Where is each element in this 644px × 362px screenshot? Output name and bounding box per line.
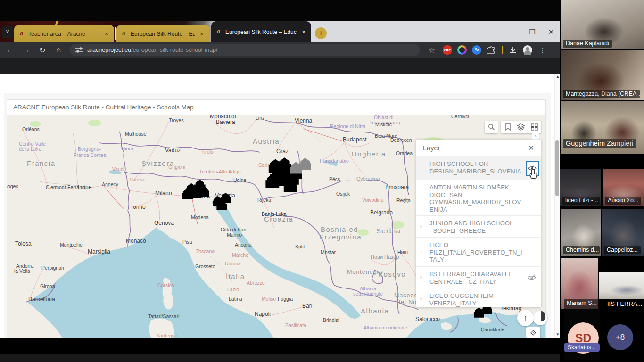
- map-label: Monaco: [126, 238, 146, 244]
- map-label: Bari: [302, 303, 312, 309]
- close-tab-icon[interactable]: ×: [103, 30, 110, 38]
- layer-item-high-school-design[interactable]: HIGH SCHOOL FOR DESIGN_MARIBOR_SLOVENIA: [416, 156, 541, 180]
- layer-item-guggenheim[interactable]: › LICEO GUGGENHEIM_ VENEZIA_ITALY: [416, 288, 541, 307]
- map-label: Mostar: [321, 249, 336, 255]
- compass-secondary-button[interactable]: [533, 311, 547, 325]
- map-label: Timișoara: [384, 184, 409, 190]
- map-label: Pisa: [182, 239, 192, 245]
- download-icon[interactable]: [508, 45, 518, 55]
- map-label: Umbria: [225, 261, 241, 266]
- basemap-tool-button[interactable]: [528, 121, 541, 133]
- tab-separator: [115, 27, 116, 40]
- address-bar[interactable]: aracneproject.eu/european-silk-route-sch…: [70, 44, 420, 56]
- map-label: Tolosa: [15, 240, 32, 247]
- map-label: Molise: [262, 296, 276, 302]
- map-label: Orléans: [22, 126, 40, 132]
- map-label: Albania: [361, 307, 389, 315]
- map-label: Cernivci: [451, 115, 469, 119]
- layer-item-liceo-filzi[interactable]: › LICEO FILZI_ITALIA_ROVERETO_TN_ITALY: [416, 238, 541, 267]
- video-tile[interactable]: Mantegazza, Diana (CREA-...: [561, 50, 644, 100]
- bookmark-star-icon[interactable]: ☆: [426, 46, 438, 55]
- restore-button[interactable]: ❐: [524, 26, 540, 38]
- tab-search-button[interactable]: ˅: [2, 26, 13, 38]
- video-tile[interactable]: Chemins d...: [561, 209, 601, 256]
- music-extension-icon[interactable]: ∿: [472, 45, 481, 55]
- map-search-button[interactable]: [485, 121, 498, 133]
- scroll-up-arrow[interactable]: ▲: [556, 75, 560, 79]
- tab-label: Teacher area – Aracne: [28, 31, 100, 37]
- mouse-cursor-hand: [529, 168, 540, 181]
- close-tab-icon[interactable]: ×: [198, 30, 206, 38]
- map-label: Miskolc: [375, 122, 392, 127]
- back-icon[interactable]: ←: [5, 46, 16, 54]
- map-label: Voivodina: [362, 197, 384, 203]
- map-label: Erzegovina: [319, 233, 362, 241]
- layer-panel: Layer ✕ HIGH SCHOOL FOR DESIGN_MARIBOR_S…: [416, 140, 541, 307]
- participant-name: Guggenheim Zampieri: [563, 139, 636, 148]
- close-tab-icon[interactable]: ×: [300, 28, 307, 36]
- participant-name: Skarlatos...: [564, 343, 600, 352]
- profile-avatar[interactable]: [523, 45, 532, 55]
- aracne-favicon: a: [18, 30, 25, 37]
- video-tile[interactable]: Cappelloz...: [602, 209, 644, 256]
- map-label: Montpellier: [60, 242, 84, 247]
- map-label: Limoges: [7, 183, 18, 189]
- panel-expand-chevron[interactable]: ›: [532, 132, 539, 140]
- page-scrollbar[interactable]: [554, 74, 560, 338]
- map-label: Vaud: [112, 166, 124, 172]
- map-label: Girona: [40, 283, 55, 289]
- layers-tool-button[interactable]: [514, 121, 528, 133]
- more-participants-badge[interactable]: +8: [607, 324, 633, 350]
- map-label: Modena: [191, 214, 209, 220]
- basemap-gallery-icon: [531, 123, 538, 131]
- video-tile[interactable]: Guggenheim Zampieri: [561, 101, 644, 154]
- site-info-icon[interactable]: [75, 47, 83, 53]
- chevron-right-icon[interactable]: ›: [420, 274, 422, 281]
- camera-extension-icon[interactable]: [457, 45, 467, 55]
- chevron-right-icon[interactable]: ›: [420, 295, 422, 303]
- bookmark-tool-button[interactable]: [501, 121, 514, 133]
- adblock-extension-icon[interactable]: ABP: [443, 45, 452, 55]
- minimize-button[interactable]: –: [505, 26, 521, 38]
- close-panel-icon[interactable]: ✕: [528, 144, 534, 152]
- tab-teacher-area[interactable]: a Teacher area – Aracne ×: [14, 25, 114, 42]
- video-tile[interactable]: liceo Filzi -...: [560, 169, 601, 206]
- map-label: Rijeka: [257, 197, 271, 203]
- chevron-right-icon[interactable]: ›: [420, 223, 422, 230]
- layer-item-soufli[interactable]: › JUNIOR AND HIGH SCHOOL _SOUFLI_GREECE: [416, 216, 541, 238]
- tab-silk-route-1[interactable]: a European Silk Route – Educati ×: [116, 25, 209, 42]
- participant-name: IIS FERRA...: [607, 300, 642, 307]
- layer-item-anton-martin[interactable]: ANTON MARTIN SLOMŠEK DIOCESAN GYMNASIUM_…: [416, 180, 541, 216]
- video-tile[interactable]: Danae Kaplanidi: [561, 0, 644, 49]
- layer-panel-header: Layer ✕: [416, 140, 541, 156]
- map-label: Linz: [256, 115, 264, 121]
- map-label: Kosovo: [378, 270, 406, 278]
- reset-north-button[interactable]: ↑: [517, 310, 534, 326]
- scrollbar-thumb[interactable]: [555, 140, 559, 196]
- locate-button[interactable]: [526, 327, 540, 338]
- video-tile[interactable]: Λύκειο Σο...: [603, 169, 644, 206]
- browser-menu-icon[interactable]: ⋮: [537, 46, 548, 54]
- aracne-favicon: a: [215, 28, 222, 35]
- chevron-right-icon[interactable]: ›: [420, 248, 422, 256]
- new-tab-button[interactable]: +: [315, 27, 327, 39]
- eye-off-icon[interactable]: [528, 274, 536, 281]
- map-label: Franca Contea: [74, 152, 107, 158]
- map-label: Marsiglia: [88, 248, 110, 255]
- map-label: Ungheria: [352, 150, 386, 158]
- reload-icon[interactable]: ↻: [37, 46, 48, 55]
- map-label: Trentino-Alto Adige: [199, 169, 241, 174]
- close-window-button[interactable]: ✕: [543, 26, 559, 38]
- map-label: Mulhouse: [125, 131, 147, 137]
- forward-icon[interactable]: →: [21, 46, 32, 54]
- map-label: Budapest: [343, 136, 367, 143]
- tab-silk-route-active[interactable]: a European Silk Route – Educatio ×: [211, 21, 311, 42]
- home-icon[interactable]: ⌂: [53, 46, 64, 54]
- map-label: Udine: [233, 177, 247, 183]
- extensions-puzzle-icon[interactable]: [487, 45, 496, 55]
- bookmarks-band: [0, 58, 560, 74]
- video-tile[interactable]: [599, 272, 644, 299]
- layer-item-iis-ferrari[interactable]: › IIS FERRARI_CHIARAVALLE CENTRALE _CZ_I…: [416, 267, 541, 288]
- scroll-down-arrow[interactable]: ▼: [556, 333, 560, 337]
- map-label: settentrionale: [353, 291, 383, 296]
